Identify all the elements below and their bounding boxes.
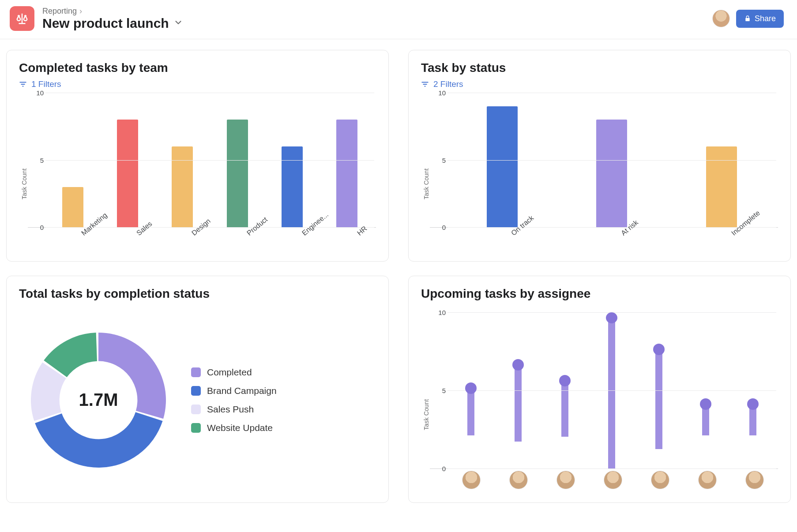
bar (227, 120, 248, 227)
legend: CompletedBrand CampaignSales PushWebsite… (191, 367, 277, 433)
assignee-avatar[interactable] (556, 471, 575, 489)
y-tick: 10 (430, 89, 446, 97)
lollipop-chart-by-assignee: 0510 (430, 312, 778, 469)
filter-button[interactable]: 1 Filters (19, 79, 376, 89)
donut-chart: 1.7M (23, 325, 173, 475)
legend-swatch (191, 405, 201, 414)
x-label: Marketing (80, 231, 96, 251)
legend-swatch (191, 367, 201, 377)
card-completion-status: Total tasks by completion status 1.7M Co… (6, 276, 389, 503)
x-label: Enginee... (301, 231, 317, 251)
legend-label: Website Update (207, 423, 273, 433)
filter-icon (19, 80, 27, 88)
page-title: New product launch (42, 16, 169, 30)
share-button[interactable]: Share (736, 10, 784, 28)
y-axis-label: Task Count (421, 312, 430, 495)
y-tick: 0 (430, 465, 446, 472)
donut-center-value: 1.7M (79, 390, 118, 410)
scales-icon (15, 12, 29, 25)
chevron-right-icon: › (79, 7, 82, 16)
bar-chart-task-by-status: 0510 (430, 93, 778, 228)
x-label: At risk (620, 231, 636, 251)
lollipop (650, 344, 668, 468)
lollipop (556, 375, 574, 468)
x-label: On track (510, 231, 526, 251)
card-title: Upcoming tasks by assignee (421, 287, 778, 301)
filter-label: 1 Filters (31, 79, 61, 89)
y-tick: 5 (430, 156, 446, 164)
filter-icon (421, 80, 429, 88)
y-axis-label: Task Count (19, 93, 28, 253)
donut-slice (35, 412, 162, 468)
lollipop (462, 382, 480, 468)
assignee-avatar[interactable] (604, 471, 622, 489)
card-title: Task by status (421, 61, 778, 75)
y-tick: 0 (430, 224, 446, 231)
legend-label: Sales Push (207, 404, 254, 415)
bar-chart-completed-by-team: 0510 (28, 93, 376, 228)
legend-label: Brand Campaign (207, 386, 277, 396)
assignee-avatar[interactable] (698, 471, 717, 489)
legend-label: Completed (207, 367, 252, 378)
filter-label: 2 Filters (433, 79, 463, 89)
bar (706, 146, 737, 227)
bar (62, 187, 83, 228)
bar (487, 106, 518, 228)
share-button-label: Share (755, 14, 776, 23)
assignee-avatar[interactable] (745, 471, 764, 489)
lollipop (696, 398, 715, 468)
page-header: Reporting › New product launch Share (0, 0, 797, 39)
assignee-avatar[interactable] (509, 471, 528, 489)
header-text-block: Reporting › New product launch (42, 7, 183, 30)
card-completed-by-team: Completed tasks by team 1 Filters Task C… (6, 50, 389, 262)
breadcrumb-parent[interactable]: Reporting (42, 7, 77, 16)
bar (172, 146, 193, 227)
x-label: Incomplete (730, 231, 746, 251)
project-icon (10, 6, 34, 31)
x-label: HR (356, 231, 372, 251)
legend-item: Completed (191, 367, 277, 378)
x-label: Design (190, 231, 207, 251)
card-title: Completed tasks by team (19, 61, 376, 75)
legend-swatch (191, 386, 201, 396)
y-tick: 10 (430, 309, 446, 316)
bar (596, 120, 627, 227)
bar (117, 120, 138, 227)
y-tick: 10 (28, 89, 44, 97)
chevron-down-icon[interactable] (173, 18, 183, 29)
card-title: Total tasks by completion status (19, 287, 376, 301)
lollipop (509, 359, 527, 468)
assignee-avatar[interactable] (462, 471, 481, 489)
user-avatar[interactable] (712, 10, 730, 27)
y-axis-label: Task Count (421, 93, 430, 253)
lock-icon (744, 15, 751, 22)
card-upcoming-by-assignee: Upcoming tasks by assignee Task Count 05… (408, 276, 791, 503)
legend-swatch (191, 423, 201, 433)
legend-item: Sales Push (191, 404, 277, 415)
filter-button[interactable]: 2 Filters (421, 79, 778, 89)
y-tick: 0 (28, 224, 44, 231)
y-tick: 5 (430, 387, 446, 394)
card-task-by-status: Task by status 2 Filters Task Count 0510… (408, 50, 791, 262)
lollipop (744, 398, 762, 468)
x-label: Product (245, 231, 262, 251)
x-label: Sales (135, 231, 151, 251)
legend-item: Brand Campaign (191, 386, 277, 396)
bar (282, 146, 303, 227)
assignee-avatar[interactable] (651, 471, 669, 489)
breadcrumb[interactable]: Reporting › (42, 7, 183, 16)
legend-item: Website Update (191, 423, 277, 433)
y-tick: 5 (28, 156, 44, 164)
bar (336, 120, 357, 227)
dashboard-grid: Completed tasks by team 1 Filters Task C… (0, 39, 797, 513)
